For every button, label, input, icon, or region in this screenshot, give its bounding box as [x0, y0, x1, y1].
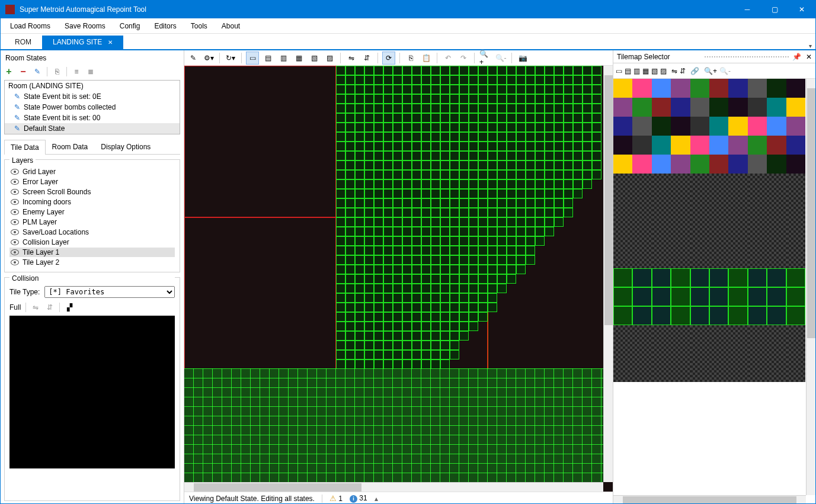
camera-icon[interactable]: 📷	[516, 52, 529, 65]
eye-icon[interactable]	[11, 199, 19, 205]
select-all-icon[interactable]: ▦	[642, 67, 649, 75]
redo-icon[interactable]: ↷	[457, 52, 470, 65]
eye-icon[interactable]	[11, 189, 19, 195]
remove-state-button[interactable]: −	[18, 67, 28, 76]
settings-dropdown-icon[interactable]: ⚙▾	[202, 52, 215, 65]
copy-icon[interactable]: ⎘	[404, 52, 417, 65]
tab-rom[interactable]: ROM	[4, 36, 42, 49]
full-toggle[interactable]: Full	[9, 303, 21, 312]
layer-item[interactable]: Tile Layer 1	[9, 248, 175, 257]
status-expand-icon[interactable]: ▴	[375, 495, 378, 503]
subtab-room-data[interactable]: Room Data	[46, 139, 95, 154]
select-col-icon[interactable]: ▥	[633, 67, 640, 75]
undo-icon[interactable]: ↶	[441, 52, 455, 65]
info-indicator[interactable]: i 31	[350, 494, 367, 503]
zoom-in-icon[interactable]: 🔍+	[704, 67, 717, 75]
list2-button[interactable]: ≣	[86, 67, 95, 76]
select-region-icon[interactable]: ▧	[651, 67, 658, 75]
paste-icon[interactable]: 📋	[420, 52, 433, 65]
info-icon: i	[350, 495, 357, 503]
eye-icon[interactable]	[11, 259, 19, 265]
menu-about[interactable]: About	[215, 20, 247, 33]
status-text: Viewing Default State. Editing all state…	[189, 495, 315, 503]
maximize-button[interactable]: ▢	[761, 1, 788, 18]
layer-item[interactable]: Grid Layer	[9, 167, 175, 176]
copy-state-button[interactable]: ⎘	[52, 67, 62, 76]
editor-canvas[interactable]	[184, 66, 613, 492]
flip-h-icon[interactable]: ⇋	[31, 303, 40, 312]
select-wand-icon[interactable]: ▨	[323, 52, 336, 65]
horizontal-scrollbar[interactable]	[184, 482, 603, 492]
eye-icon[interactable]	[11, 209, 19, 215]
eye-icon[interactable]	[11, 169, 19, 175]
vertical-scrollbar[interactable]	[603, 66, 613, 482]
layer-item[interactable]: Screen Scroll Bounds	[9, 187, 175, 197]
eye-icon[interactable]	[11, 179, 19, 185]
flip-v-icon[interactable]: ⇵	[360, 52, 373, 65]
select-row-icon[interactable]: ▤	[625, 67, 631, 75]
warning-indicator[interactable]: ⚠ 1	[329, 494, 343, 503]
select-rect-icon[interactable]: ▭	[246, 52, 259, 65]
select-region-icon[interactable]: ▧	[308, 52, 321, 65]
tab-close-icon[interactable]: ✕	[108, 39, 113, 46]
app-icon	[5, 5, 15, 14]
tab-landing-site[interactable]: LANDING SITE ✕	[42, 36, 123, 49]
vertical-scrollbar[interactable]	[806, 79, 815, 495]
tiletype-select[interactable]: [*] Favorites	[44, 286, 175, 298]
flip-v-icon[interactable]: ⇵	[680, 67, 686, 75]
collision-toolbar: Full ⇋ ⇵ ▞	[9, 301, 175, 313]
select-all-icon[interactable]: ▦	[292, 52, 305, 65]
flip-h-icon[interactable]: ⇋	[345, 52, 358, 65]
eye-icon[interactable]	[11, 249, 19, 255]
layer-item[interactable]: Incoming doors	[9, 197, 175, 207]
layer-label: Screen Scroll Bounds	[23, 188, 91, 196]
flip-h-icon[interactable]: ⇋	[671, 67, 677, 75]
tab-overflow-button[interactable]: ▾	[809, 43, 812, 49]
room-states-label: Room States	[4, 53, 180, 63]
panel-close-icon[interactable]: ✕	[806, 53, 812, 61]
layer-item[interactable]: Enemy Layer	[9, 207, 175, 217]
collision-tool-icon[interactable]: ▞	[65, 303, 74, 312]
horizontal-scrollbar[interactable]	[613, 495, 806, 504]
select-row-icon[interactable]: ▤	[261, 52, 274, 65]
tilemap-canvas[interactable]	[613, 79, 815, 504]
zoom-in-icon[interactable]: 🔍+	[479, 52, 492, 65]
brush-tool-icon[interactable]: ✎	[187, 52, 200, 65]
close-button[interactable]: ✕	[788, 1, 815, 18]
menubar: Load Rooms Save Rooms Config Editors Too…	[1, 18, 815, 34]
refresh-icon[interactable]: ⟳	[382, 52, 395, 65]
zoom-out-icon[interactable]: 🔍-	[719, 67, 731, 75]
add-state-button[interactable]: +	[4, 67, 14, 76]
room-states-list[interactable]: Room (LANDING SITE) ✎State Event bit is …	[4, 80, 180, 134]
menu-save-rooms[interactable]: Save Rooms	[57, 20, 113, 33]
layer-label: Tile Layer 1	[23, 248, 59, 256]
layer-item[interactable]: Tile Layer 2	[9, 258, 175, 267]
rotate-dropdown-icon[interactable]: ↻▾	[224, 52, 237, 65]
select-col-icon[interactable]: ▥	[277, 52, 290, 65]
edit-state-button[interactable]: ✎	[33, 67, 42, 76]
layer-item[interactable]: Error Layer	[9, 177, 175, 187]
select-rect-icon[interactable]: ▭	[616, 67, 622, 75]
select-wand-icon[interactable]: ▨	[660, 67, 667, 75]
flip-v-icon[interactable]: ⇵	[45, 303, 55, 312]
minimize-button[interactable]: ─	[734, 1, 761, 18]
layer-label: Collision Layer	[23, 238, 69, 246]
pin-icon[interactable]: 📌	[792, 53, 801, 61]
menu-editors[interactable]: Editors	[147, 20, 183, 33]
eye-icon[interactable]	[11, 219, 19, 225]
panel-title-bar: Tilemap Selector 📌 ✕	[613, 50, 815, 63]
layer-item[interactable]: Save/Load Locations	[9, 227, 175, 237]
list1-button[interactable]: ≡	[72, 67, 81, 76]
eye-icon[interactable]	[11, 229, 19, 235]
zoom-out-icon[interactable]: 🔍-	[494, 52, 507, 65]
subtab-display-options[interactable]: Display Options	[94, 139, 157, 154]
menu-tools[interactable]: Tools	[184, 20, 215, 33]
eye-icon[interactable]	[11, 239, 19, 245]
layers-fieldset: Layers Grid LayerError LayerScreen Scrol…	[4, 159, 180, 272]
menu-load-rooms[interactable]: Load Rooms	[3, 20, 57, 33]
layer-item[interactable]: Collision Layer	[9, 237, 175, 247]
link-icon[interactable]: 🔗	[690, 67, 699, 75]
subtab-tile-data[interactable]: Tile Data	[4, 140, 46, 155]
menu-config[interactable]: Config	[113, 20, 148, 33]
layer-item[interactable]: PLM Layer	[9, 217, 175, 227]
